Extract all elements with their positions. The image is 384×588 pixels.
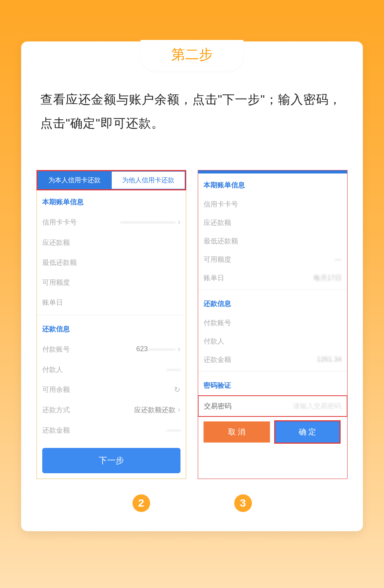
tabs-row: 为本人信用卡还款 为他人信用卡还款	[36, 170, 186, 190]
chevron-right-icon: ›	[178, 405, 180, 415]
label-repay-amount: 还款金额	[204, 355, 231, 364]
label-due-amount: 应还款额	[204, 218, 231, 227]
row-repay-amount: 还款金额 1261.34	[198, 350, 347, 369]
row-min-due: 最低还款额	[37, 253, 186, 273]
section-repay-info: 还款信息	[37, 317, 186, 339]
row-repay-amount: 还款金额 ——	[37, 420, 186, 440]
cancel-button[interactable]: 取 消	[204, 421, 270, 443]
row-payer: 付款人	[198, 332, 347, 350]
row-pay-account: 付款账号	[198, 314, 347, 332]
label-bill-date: 账单日	[42, 298, 63, 307]
section-bill-info: 本期账单信息	[37, 190, 186, 212]
section-bill-info: 本期账单信息	[198, 173, 347, 195]
value-bill-date: 每月17日	[313, 273, 342, 282]
value-repay-amount: 1261.34	[317, 355, 342, 363]
screenshot-step-3: 本期账单信息 信用卡卡号 应还款额 最低还款额 可用额度 — 账单日 每月17日…	[198, 170, 348, 479]
row-card-number[interactable]: 信用卡卡号 ————————›	[37, 212, 186, 233]
label-min-due: 最低还款额	[204, 236, 238, 246]
top-bar	[198, 170, 347, 173]
label-avail-balance: 可用余额	[42, 385, 70, 394]
value-payer: ——	[167, 365, 180, 373]
confirm-button[interactable]: 确 定	[274, 420, 341, 444]
value-card-number: ————————	[120, 218, 175, 226]
step-title: 第二步	[141, 40, 243, 71]
chevron-right-icon: ›	[178, 217, 180, 227]
row-bill-date: 账单日 每月17日	[198, 269, 347, 287]
value-pay-account: 623	[136, 345, 148, 353]
label-repay-amount: 还款金额	[42, 426, 70, 435]
label-payer: 付款人	[42, 365, 63, 374]
placeholder-txn-password: 请输入交易密码	[293, 401, 341, 411]
label-avail-limit: 可用额度	[42, 278, 70, 287]
row-txn-password[interactable]: 交易密码 请输入交易密码	[199, 397, 347, 415]
section-repay-info: 还款信息	[198, 292, 347, 314]
label-payer: 付款人	[204, 337, 224, 346]
label-card-number: 信用卡卡号	[42, 218, 77, 227]
tab-other-card[interactable]: 为他人信用卡还款	[111, 171, 185, 189]
label-txn-password: 交易密码	[204, 401, 232, 411]
row-pay-account[interactable]: 付款账号 623————›	[37, 339, 186, 360]
label-min-due: 最低还款额	[42, 258, 77, 267]
value-repay-amount: ——	[167, 426, 180, 434]
row-avail-limit: 可用额度 —	[198, 250, 347, 269]
badge-3: 3	[234, 494, 252, 512]
label-repay-method: 还款方式	[42, 405, 70, 415]
row-card-number: 信用卡卡号	[198, 195, 347, 213]
label-pay-account: 付款账号	[42, 345, 70, 354]
screenshots-row: 为本人信用卡还款 为他人信用卡还款 本期账单信息 信用卡卡号 ————————›…	[36, 170, 348, 479]
label-avail-limit: 可用额度	[204, 255, 231, 264]
screenshot-step-2: 为本人信用卡还款 为他人信用卡还款 本期账单信息 信用卡卡号 ————————›…	[36, 170, 186, 479]
label-due-amount: 应还款额	[42, 238, 70, 247]
row-min-due: 最低还款额	[198, 232, 347, 250]
row-repay-method[interactable]: 还款方式 应还款额还款›	[37, 400, 186, 420]
label-card-number: 信用卡卡号	[204, 200, 238, 209]
row-due-amount: 应还款额	[198, 213, 347, 232]
row-bill-date: 账单日	[37, 292, 186, 312]
step-badges: 2 3	[36, 494, 348, 512]
row-payer: 付款人 ——	[37, 360, 186, 380]
badge-2: 2	[132, 494, 150, 512]
value-repay-method: 应还款额还款	[134, 405, 175, 415]
button-row: 取 消 确 定	[198, 417, 347, 448]
section-password: 密码验证	[198, 374, 347, 395]
chevron-right-icon: ›	[178, 344, 180, 354]
row-avail-balance[interactable]: 可用余额 ↻	[37, 380, 186, 400]
refresh-icon[interactable]: ↻	[174, 385, 180, 394]
row-due-amount: 应还款额	[37, 233, 186, 253]
label-bill-date: 账单日	[204, 273, 224, 282]
password-highlight-box: 交易密码 请输入交易密码	[198, 395, 348, 417]
row-avail-limit: 可用额度	[37, 273, 186, 292]
label-pay-account: 付款账号	[204, 318, 231, 327]
value-avail-limit: —	[335, 255, 342, 263]
instruction-text: 查看应还金额与账户余额，点击"下一步"；输入密码，点击"确定"即可还款。	[40, 88, 344, 135]
instruction-card: 第二步 查看应还金额与账户余额，点击"下一步"；输入密码，点击"确定"即可还款。…	[21, 41, 363, 531]
tab-self-card[interactable]: 为本人信用卡还款	[38, 171, 111, 189]
next-button[interactable]: 下一步	[42, 448, 180, 473]
